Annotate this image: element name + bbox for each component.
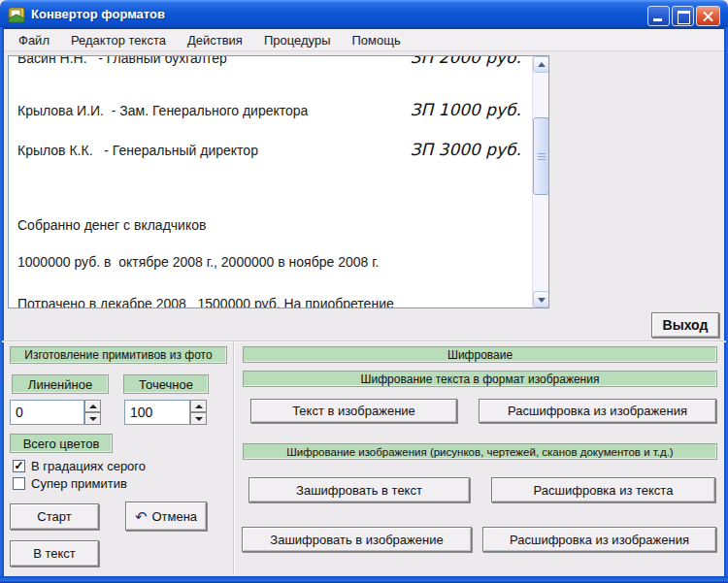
horizontal-divider [2,340,726,342]
title-bar: Конвертор форматов [0,0,728,29]
editor-line: Крылова И.И. - Зам. Генерального директо… [17,100,521,119]
arrow-up-icon [538,62,546,67]
close-button[interactable] [696,6,720,26]
app-window: Конвертор форматов Файл Редактор текста … [0,0,728,583]
decode-from-image-button[interactable]: Расшифровка из изображения [479,399,716,423]
editor-line: Васин Н.Н. - Главный бухгалтер ЗП 2000 р… [17,56,521,67]
point-label: Точечное [123,374,209,394]
text-to-image-button[interactable]: Текст в изображение [250,399,457,423]
salary-value: ЗП 1000 руб. [411,100,522,119]
image-encryption-section-header: Шифрование изображения (рисунков, чертеж… [243,443,717,460]
grip-icon [538,153,546,162]
encrypt-to-image-button[interactable]: Зашифровать в изображение [242,527,472,552]
grayscale-checkbox-row: ✓ В градациях серого [13,459,146,473]
employee-entry: Васин Н.Н. - Главный бухгалтер [17,56,227,66]
window-border-right [724,27,728,583]
point-stepper[interactable] [190,400,207,425]
spin-down-button[interactable] [190,412,207,425]
start-button[interactable]: Старт [10,503,99,530]
decrypt-from-text-button[interactable]: Расшифровка из текста [491,477,715,502]
salary-value: ЗП 3000 руб. [411,140,522,159]
salary-value: ЗП 2000 руб. [411,56,522,67]
cancel-button[interactable]: ↶ Отмена [125,502,207,531]
grayscale-checkbox-label: В градациях серого [31,459,146,473]
cancel-button-label: Отмена [151,509,197,524]
point-value-input[interactable] [124,400,190,425]
menu-item-text-editor[interactable]: Редактор текста [60,31,177,49]
grayscale-checkbox[interactable]: ✓ [13,460,25,472]
scrollbar-thumb[interactable] [533,117,549,195]
menu-item-actions[interactable]: Действия [177,31,253,49]
encryption-panel-header: Шифроваие [243,346,717,363]
checkmark-icon: ✓ [14,459,23,472]
linear-stepper[interactable] [84,400,101,425]
arrow-down-icon [195,417,203,421]
spin-up-button[interactable] [190,400,207,412]
maximize-button[interactable] [672,6,694,26]
editor-paragraph: Потрачено в декабре 2008 1500000 руб. На… [17,296,521,308]
window-border-left [0,27,4,583]
spin-up-button[interactable] [84,400,101,412]
text-editor-area[interactable]: Васин Н.Н. - Главный бухгалтер ЗП 2000 р… [8,55,549,308]
to-text-button[interactable]: В текст [10,540,99,567]
super-primitive-checkbox-label: Супер примитив [31,476,127,491]
total-colors-label: Всего цветов [10,434,113,453]
editor-paragraph: 1000000 руб. в октябре 2008 г., 2000000 … [17,254,521,270]
primitives-panel-header: Изготовление примитивов из фото [10,346,227,364]
arrow-down-icon [538,298,546,303]
editor-line: Крылов К.К. - Генеральный директор ЗП 30… [17,140,521,159]
editor-paragraph: Собранно денег с вкладчиков [17,217,521,233]
menu-bar: Файл Редактор текста Действия Процедуры … [4,29,724,51]
super-primitive-checkbox[interactable] [13,477,25,490]
arrow-down-icon [89,417,97,421]
menu-item-file[interactable]: Файл [8,31,60,49]
employee-entry: Крылова И.И. - Зам. Генерального директо… [17,103,308,118]
document-content: Васин Н.Н. - Главный бухгалтер ЗП 2000 р… [9,56,532,308]
decrypt-from-image-button[interactable]: Расшифровка из изображения [482,527,716,552]
arrow-up-icon [195,405,203,408]
app-icon [8,6,26,23]
menu-item-help[interactable]: Помощь [341,31,411,49]
super-primitive-checkbox-row: Супер примитив [13,476,127,491]
window-title: Конвертор форматов [31,7,165,21]
exit-button[interactable]: Выход [651,312,719,338]
encrypt-to-text-button[interactable]: Зашифровать в текст [248,477,470,502]
arrow-up-icon [89,405,97,408]
linear-value-input[interactable] [10,400,84,425]
scroll-up-button[interactable] [533,56,549,73]
linear-label: Линенйное [12,374,109,394]
employee-entry: Крылов К.К. - Генеральный директор [17,143,258,158]
undo-icon: ↶ [135,509,148,524]
minimize-button[interactable] [647,6,670,26]
vertical-scrollbar[interactable] [532,56,548,308]
vertical-divider [233,341,235,574]
window-border-bottom [0,576,728,583]
menu-item-procedures[interactable]: Процедуры [253,31,342,49]
text-encryption-section-header: Шифрование текста в формат изображения [243,371,717,387]
scroll-down-button[interactable] [533,291,549,308]
spin-down-button[interactable] [84,412,101,425]
